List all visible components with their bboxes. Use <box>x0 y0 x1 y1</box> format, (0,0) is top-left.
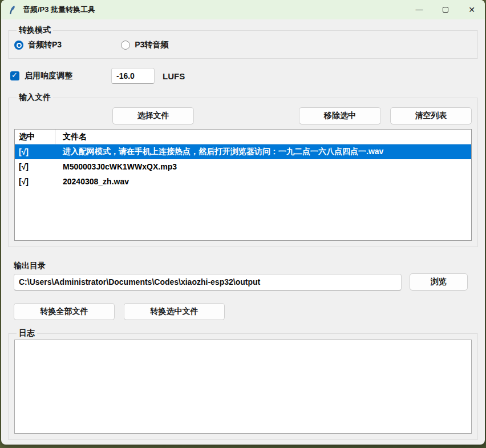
window-title: 音频/P3 批量转换工具 <box>23 5 95 15</box>
log-group: 日志 <box>8 328 478 440</box>
column-header-filename[interactable]: 文件名 <box>56 132 471 142</box>
file-buttons-row: 选择文件 移除选中 清空列表 <box>14 107 472 124</box>
radio-audio-to-p3[interactable]: 音频转P3 <box>14 40 62 50</box>
log-textarea[interactable] <box>14 340 472 434</box>
maximize-button[interactable] <box>432 0 459 19</box>
output-dir-input[interactable] <box>14 274 402 290</box>
close-icon: ✕ <box>468 5 475 14</box>
radio-unselected-icon <box>121 41 130 50</box>
row-filename-cell: 20240308_zh.wav <box>56 177 471 186</box>
column-header-checked[interactable]: 选中 <box>15 130 56 144</box>
table-row[interactable]: [√] M500003J0cWK1WWxQX.mp3 <box>15 159 471 174</box>
titlebar: 音频/P3 批量转换工具 — ✕ <box>1 0 485 19</box>
loudness-row: 启用响度调整 LUFS <box>10 68 478 84</box>
close-button[interactable]: ✕ <box>459 0 485 19</box>
row-filename-cell: M500003J0cWK1WWxQX.mp3 <box>56 162 471 171</box>
minimize-button[interactable]: — <box>406 0 432 19</box>
convert-buttons-row: 转换全部文件 转换选中文件 <box>14 303 478 320</box>
row-checked-cell: [√] <box>15 162 56 171</box>
lufs-value-input[interactable] <box>111 68 155 84</box>
window-controls: — ✕ <box>406 0 485 19</box>
loudness-checkbox[interactable] <box>10 71 19 80</box>
row-checked-cell: [√] <box>15 147 56 156</box>
input-files-group: 输入文件 选择文件 移除选中 清空列表 选中 文件名 [√] 进入配网模式，请在… <box>8 92 478 247</box>
output-dir-row: 浏览 <box>14 273 472 290</box>
file-table: 选中 文件名 [√] 进入配网模式，请在手机上连接热点，然后打开浏览器访问：一九… <box>14 129 472 241</box>
radio-audio-to-p3-label: 音频转P3 <box>28 40 62 50</box>
output-dir-label: 输出目录 <box>14 261 478 271</box>
minimize-icon: — <box>416 5 423 14</box>
browse-button[interactable]: 浏览 <box>410 273 468 290</box>
app-feather-icon <box>8 5 18 15</box>
maximize-icon <box>443 7 448 13</box>
app-window: 音频/P3 批量转换工具 — ✕ 转换模式 音频转P3 P3转音频 <box>1 0 485 445</box>
main-content: 转换模式 音频转P3 P3转音频 启用响度调整 LUFS 输入文件 <box>1 19 485 445</box>
clear-list-button[interactable]: 清空列表 <box>390 107 472 124</box>
remove-selected-button[interactable]: 移除选中 <box>299 107 381 124</box>
conversion-mode-label: 转换模式 <box>17 25 53 35</box>
table-row[interactable]: [√] 20240308_zh.wav <box>15 174 471 189</box>
conversion-mode-group: 转换模式 音频转P3 P3转音频 <box>8 25 478 59</box>
radio-p3-to-audio[interactable]: P3转音频 <box>121 40 168 50</box>
convert-all-button[interactable]: 转换全部文件 <box>14 303 115 320</box>
row-checked-cell: [√] <box>15 177 56 186</box>
convert-selected-button[interactable]: 转换选中文件 <box>124 303 225 320</box>
lufs-unit-label: LUFS <box>163 71 185 81</box>
row-filename-cell: 进入配网模式，请在手机上连接热点，然后打开浏览器访问：一九二点一六八点四点一.w… <box>56 147 471 157</box>
file-table-header: 选中 文件名 <box>15 130 471 144</box>
log-label: 日志 <box>17 328 37 338</box>
loudness-checkbox-label: 启用响度调整 <box>25 71 72 81</box>
radio-selected-icon <box>14 41 23 50</box>
input-files-label: 输入文件 <box>17 92 53 103</box>
conversion-mode-options: 音频转P3 P3转音频 <box>14 37 472 53</box>
select-files-button[interactable]: 选择文件 <box>112 107 194 124</box>
table-row[interactable]: [√] 进入配网模式，请在手机上连接热点，然后打开浏览器访问：一九二点一六八点四… <box>15 144 471 159</box>
radio-p3-to-audio-label: P3转音频 <box>135 40 168 50</box>
